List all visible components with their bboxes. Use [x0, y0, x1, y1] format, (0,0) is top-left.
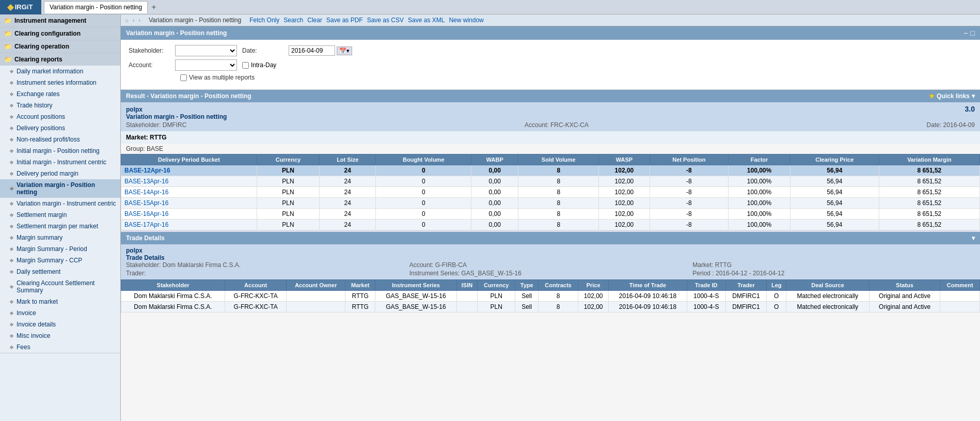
intraday-checkbox[interactable] [242, 62, 249, 69]
trade-table-header: StakeholderAccountAccount OwnerMarketIns… [121, 280, 980, 291]
sidebar-header-instrument-management[interactable]: 📁 Instrument management [0, 14, 120, 27]
sidebar-item-delivery-period-margin[interactable]: ❖Delivery period margin [0, 168, 120, 179]
stakeholder-row: Stakeholder: Date: 📅▾ [129, 45, 972, 56]
fetch-only-link[interactable]: Fetch Only [249, 17, 279, 24]
trade-col-price: Price [578, 280, 609, 291]
sidebar-item-daily-settlement[interactable]: ❖Daily settlement [0, 266, 120, 277]
add-tab-button[interactable]: + [149, 3, 159, 12]
table-row: Dom Maklarski Firma C.S.A.G-FRC-KXC-TART… [121, 291, 980, 302]
active-tab[interactable]: Variation margin - Position netting [44, 1, 148, 13]
sidebar-item-mark-to-market[interactable]: ❖Mark to market [0, 296, 120, 307]
result-col-variation-margin: Variation Margin [879, 154, 979, 165]
search-link[interactable]: Search [283, 17, 303, 24]
sidebar-item-daily-market-information[interactable]: ❖Daily market information [0, 66, 120, 77]
trade-col-status: Status [869, 280, 940, 291]
sidebar-item-margin-summary---period[interactable]: ❖Margin Summary - Period [0, 243, 120, 255]
save-xml-link[interactable]: Save as XML [408, 17, 445, 24]
bullet-icon: ❖ [9, 299, 14, 305]
bullet-icon: ❖ [9, 345, 14, 350]
sidebar-item-margin-summary---ccp[interactable]: ❖Margin Summary - CCP [0, 255, 120, 266]
view-multiple-row: View as multiple reports [129, 74, 972, 81]
trade-title-row: polpx Trade Details [126, 247, 975, 261]
sidebar-item-variation-margin---position-netting[interactable]: ❖Variation margin - Position netting [0, 179, 120, 198]
sidebar-item-non-realised-profitloss[interactable]: ❖Non-realised profit/loss [0, 134, 120, 145]
trade-trader: Trader: [126, 270, 408, 277]
trade-market: Market: RTTG [692, 261, 975, 269]
nav-forward-icon[interactable]: › [138, 17, 140, 23]
trade-entity-block: polpx Trade Details Stakeholder: Dom Mak… [121, 244, 980, 279]
sidebar-header-clearing-configuration[interactable]: 📁 Clearing configuration [0, 27, 120, 40]
sidebar-item-instrument-series-information[interactable]: ❖Instrument series information [0, 77, 120, 88]
bullet-icon: ❖ [9, 333, 14, 339]
folder-icon-3: 📁 [4, 43, 12, 50]
sidebar-item-invoice-details[interactable]: ❖Invoice details [0, 319, 120, 330]
bullet-icon: ❖ [9, 126, 14, 131]
sidebar-item-settlement-margin-per-market[interactable]: ❖Settlement margin per market [0, 221, 120, 232]
form-section-title: Variation margin - Position netting [126, 29, 227, 37]
result-col-bought-volume: Bought Volume [376, 154, 471, 165]
new-window-link[interactable]: New window [449, 17, 483, 24]
calendar-button[interactable]: 📅▾ [337, 46, 352, 55]
form-section-minimize[interactable]: − [963, 29, 968, 37]
trade-stakeholder: Stakeholder: Dom Maklarski Firma C.S.A. [126, 261, 408, 269]
report-subtitle: Variation margin - Position netting [126, 113, 227, 120]
sidebar-item-trade-history[interactable]: ❖Trade history [0, 100, 120, 111]
sidebar-section-label-3: Clearing operation [14, 43, 69, 50]
intraday-label: Intra-Day [251, 61, 276, 69]
stakeholder-select[interactable] [175, 45, 237, 56]
sidebar: 📁 Instrument management 📁 Clearing confi… [0, 14, 121, 421]
save-pdf-link[interactable]: Save as PDF [326, 17, 363, 24]
sidebar-item-account-positions[interactable]: ❖Account positions [0, 111, 120, 122]
table-row: Dom Maklarski Firma C.S.A.G-FRC-KXC-TART… [121, 302, 980, 313]
clear-link[interactable]: Clear [307, 17, 322, 24]
trade-table: StakeholderAccountAccount OwnerMarketIns… [121, 279, 980, 313]
sidebar-item-misc-invoice[interactable]: ❖Misc invoice [0, 330, 120, 341]
trade-col-trader: Trader [725, 280, 767, 291]
bullet-icon: ❖ [9, 114, 14, 120]
sidebar-section-instrument-management: 📁 Instrument management [0, 14, 120, 27]
sidebar-item-initial-margin---position-netting[interactable]: ❖Initial margin - Position netting [0, 145, 120, 157]
table-row: BASE-15Apr-16PLN2400,008102,00-8100,00%5… [121, 198, 980, 209]
result-table-header: Delivery Period BucketCurrencyLot SizeBo… [121, 154, 980, 165]
sidebar-header-clearing-operation[interactable]: 📁 Clearing operation [0, 40, 120, 53]
form-area: Stakeholder: Date: 📅▾ Account: Intra-Day [121, 40, 980, 90]
trade-col-contracts: Contracts [538, 280, 578, 291]
nav-home-icon[interactable]: ⌂ [125, 17, 129, 23]
sidebar-item-variation-margin---instrument-centric[interactable]: ❖Variation margin - Instrument centric [0, 198, 120, 209]
bullet-icon: ❖ [9, 246, 14, 252]
result-col-factor: Factor [729, 154, 790, 165]
form-section-header: Variation margin - Position netting − □ [121, 26, 980, 40]
save-csv-link[interactable]: Save as CSV [367, 17, 404, 24]
result-table: Delivery Period BucketCurrencyLot SizeBo… [121, 154, 980, 230]
bullet-icon: ❖ [9, 322, 14, 328]
sidebar-item-initial-margin---instrument-centric[interactable]: ❖Initial margin - Instrument centric [0, 157, 120, 168]
bullet-icon: ❖ [9, 258, 14, 263]
sidebar-item-margin-summary[interactable]: ❖Margin summary [0, 232, 120, 243]
table-row: BASE-12Apr-16PLN2400,008102,00-8100,00%5… [121, 165, 980, 176]
table-row: BASE-14Apr-16PLN2400,008102,00-8100,00%5… [121, 187, 980, 198]
group-label: Group: BASE [121, 144, 980, 154]
account-select[interactable] [175, 59, 237, 71]
quick-links[interactable]: ★ Quick links ▾ [929, 92, 975, 100]
result-col-wasp: WASP [599, 154, 650, 165]
date-input-wrap: 📅▾ [289, 45, 352, 56]
sidebar-item-delivery-positions[interactable]: ❖Delivery positions [0, 122, 120, 134]
form-section-maximize[interactable]: □ [971, 29, 975, 37]
stakeholder-label: Stakeholder: [129, 47, 170, 54]
meta-date: Date: 2016-04-09 [927, 121, 975, 129]
sidebar-item-exchange-rates[interactable]: ❖Exchange rates [0, 88, 120, 100]
view-multiple-checkbox[interactable] [180, 74, 187, 81]
sidebar-item-fees[interactable]: ❖Fees [0, 341, 120, 353]
sidebar-item-clearing-account-settlement-summary[interactable]: ❖Clearing Account Settlement Summary [0, 277, 120, 296]
report-title-row: polpx Variation margin - Position nettin… [126, 105, 975, 120]
sidebar-header-clearing-reports[interactable]: 📁 Clearing reports [0, 53, 120, 66]
sidebar-item-invoice[interactable]: ❖Invoice [0, 307, 120, 319]
trade-col-currency: Currency [478, 280, 515, 291]
nav-back-icon[interactable]: ‹ [133, 17, 135, 23]
trade-entity-name: polpx [126, 247, 165, 254]
result-col-delivery-period-bucket: Delivery Period Bucket [121, 154, 257, 165]
sidebar-item-settlement-margin[interactable]: ❖Settlement margin [0, 209, 120, 221]
star-icon: ★ [929, 92, 935, 100]
bullet-icon: ❖ [9, 201, 14, 207]
date-input[interactable] [289, 45, 335, 56]
